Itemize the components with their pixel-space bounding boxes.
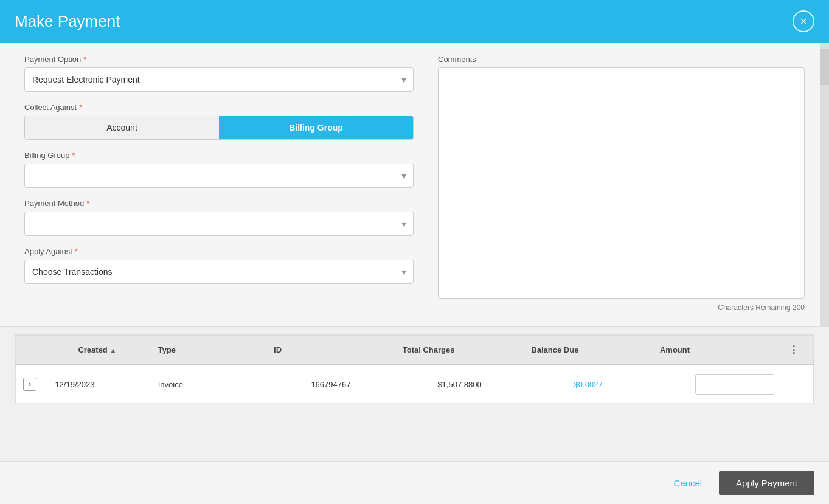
th-created-label: Created — [78, 345, 107, 354]
close-button[interactable]: × — [793, 10, 814, 32]
th-created[interactable]: Created ▲ — [47, 336, 150, 365]
payment-option-group: Payment Option * Request Electronic Paym… — [24, 55, 414, 92]
td-actions — [782, 365, 814, 404]
sort-arrow-icon: ▲ — [109, 347, 116, 354]
th-balance-label: Balance Due — [531, 345, 578, 354]
payment-method-wrapper — [24, 212, 414, 236]
expand-row-button[interactable]: › — [23, 378, 36, 391]
th-amount-label: Amount — [660, 345, 690, 354]
table-header: Created ▲ Type ID Total Charges — [16, 336, 814, 365]
th-balance-due: Balance Due — [524, 336, 653, 365]
billing-group-label: Billing Group * — [24, 151, 414, 160]
td-total-charges: $1,507.8800 — [395, 365, 524, 404]
form-left: Payment Option * Request Electronic Paym… — [24, 55, 414, 312]
column-options-icon[interactable]: ⋮ — [789, 345, 799, 355]
comments-label: Comments — [438, 55, 805, 64]
th-id: ID — [266, 336, 395, 365]
td-amount — [653, 365, 782, 404]
form-right: Comments Characters Remaining 200 — [438, 55, 805, 312]
comments-textarea[interactable] — [438, 67, 805, 299]
collect-against-group: Collect Against * Account Billing Group — [24, 103, 414, 140]
th-amount: Amount — [653, 336, 782, 365]
payment-method-group: Payment Method * — [24, 199, 414, 236]
apply-against-label: Apply Against * — [24, 247, 414, 256]
td-type: Invoice — [151, 365, 266, 404]
td-id: 166794767 — [266, 365, 395, 404]
th-total-charges: Total Charges — [395, 336, 524, 365]
form-section: Payment Option * Request Electronic Paym… — [0, 43, 829, 327]
th-actions: ⋮ — [782, 336, 814, 365]
modal-body: Payment Option * Request Electronic Paym… — [0, 43, 829, 461]
transactions-table-container: Created ▲ Type ID Total Charges — [15, 334, 814, 404]
th-id-label: ID — [274, 345, 282, 354]
payment-method-label: Payment Method * — [24, 199, 414, 208]
balance-value: $0.0027 — [574, 380, 603, 389]
billing-group-select[interactable] — [24, 164, 414, 188]
apply-against-select[interactable]: Choose Transactions — [24, 260, 414, 284]
billing-group-group: Billing Group * — [24, 151, 414, 188]
payment-option-wrapper: Request Electronic Payment — [24, 67, 414, 92]
required-indicator: * — [86, 199, 89, 208]
required-indicator: * — [83, 55, 86, 64]
apply-payment-button[interactable]: Apply Payment — [719, 471, 814, 495]
cancel-button[interactable]: Cancel — [664, 473, 712, 493]
scrollbar-thumb — [820, 49, 829, 85]
required-indicator: * — [75, 247, 78, 256]
td-expand: › — [16, 365, 48, 404]
billing-group-toggle-btn[interactable]: Billing Group — [219, 116, 413, 139]
table-section: Created ▲ Type ID Total Charges — [0, 327, 829, 461]
modal-title: Make Payment — [15, 12, 120, 31]
apply-against-wrapper: Choose Transactions — [24, 260, 414, 284]
amount-input[interactable] — [695, 374, 774, 395]
chars-remaining: Characters Remaining 200 — [438, 303, 805, 312]
billing-group-wrapper — [24, 164, 414, 188]
th-type-label: Type — [158, 345, 176, 354]
table-row: › 12/19/2023 Invoice 166794767 $1,507.88… — [16, 365, 814, 404]
apply-against-group: Apply Against * Choose Transactions — [24, 247, 414, 284]
th-type: Type — [151, 336, 266, 365]
header-row: Created ▲ Type ID Total Charges — [16, 336, 814, 365]
collect-against-toggle: Account Billing Group — [24, 116, 414, 140]
collect-against-label: Collect Against * — [24, 103, 414, 112]
td-created: 12/19/2023 — [47, 365, 150, 404]
form-scrollbar — [820, 43, 829, 326]
td-balance-due: $0.0027 — [524, 365, 653, 404]
modal-footer: Cancel Apply Payment — [0, 461, 829, 504]
payment-option-label: Payment Option * — [24, 55, 414, 64]
table-body: › 12/19/2023 Invoice 166794767 $1,507.88… — [16, 365, 814, 404]
required-indicator: * — [79, 103, 82, 112]
required-indicator: * — [72, 151, 75, 160]
account-toggle-btn[interactable]: Account — [25, 116, 219, 139]
payment-option-select[interactable]: Request Electronic Payment — [24, 67, 414, 92]
payment-method-select[interactable] — [24, 212, 414, 236]
th-total-label: Total Charges — [403, 345, 455, 354]
transactions-table: Created ▲ Type ID Total Charges — [15, 335, 814, 404]
th-expand — [16, 336, 48, 365]
modal-header: Make Payment × — [0, 0, 829, 43]
